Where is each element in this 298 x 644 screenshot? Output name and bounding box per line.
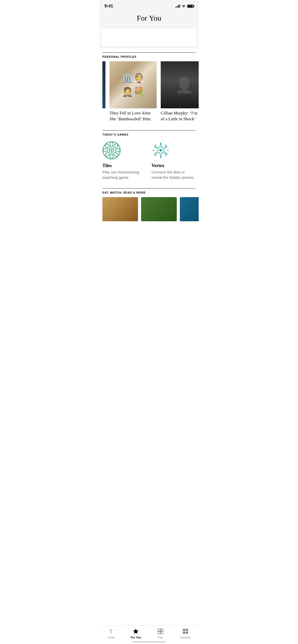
svg-point-2: [113, 143, 119, 149]
game-name: Vertex: [152, 163, 196, 168]
svg-point-17: [155, 144, 156, 146]
eat-watch-read-label: EAT, WATCH, READ & MORE: [99, 188, 199, 197]
list-item[interactable]: [102, 61, 105, 122]
tiles-icon: [102, 141, 121, 159]
list-item[interactable]: They Fell in Love After She ‘Bamboozled’…: [110, 61, 157, 122]
list-item[interactable]: [102, 197, 138, 221]
battery-icon: [187, 5, 194, 8]
vertex-game[interactable]: Vertex Connect the dots to reveal the hi…: [152, 141, 196, 180]
game-name: Tiles: [102, 163, 146, 168]
svg-point-12: [159, 149, 162, 152]
svg-point-7: [103, 149, 108, 152]
svg-point-6: [104, 152, 110, 158]
status-icons: [175, 5, 194, 8]
wifi-icon: [182, 5, 186, 8]
top-story-card[interactable]: [101, 28, 197, 46]
svg-point-10: [111, 150, 112, 151]
article-title: They Fell in Love After She ‘Bamboozled’…: [110, 108, 157, 122]
main-content: PERSONAL PROFILES They Fell in Love Afte…: [99, 28, 199, 249]
article-title: Cillian Murphy: ‘I’m Kind of a Little in…: [161, 108, 199, 122]
game-description: Play our mesmerizing matching game: [102, 169, 146, 180]
svg-point-1: [110, 142, 113, 147]
page-title: For You: [99, 11, 199, 26]
svg-point-3: [115, 149, 120, 152]
article-image: [110, 61, 157, 108]
svg-point-15: [153, 150, 154, 151]
todays-games-label: TODAY’S GAMES: [99, 130, 199, 139]
signal-icon: [175, 5, 180, 8]
svg-point-19: [165, 144, 167, 146]
status-time: 9:41: [104, 4, 113, 9]
list-item[interactable]: [141, 197, 177, 221]
personal-profiles-label: PERSONAL PROFILES: [99, 53, 199, 61]
svg-point-18: [165, 155, 167, 156]
svg-point-4: [113, 152, 119, 158]
svg-point-13: [160, 142, 161, 144]
list-item[interactable]: Cillian Murphy: ‘I’m Kind of a Little in…: [161, 61, 199, 122]
personal-profiles-scroll[interactable]: They Fell in Love After She ‘Bamboozled’…: [99, 61, 199, 126]
status-bar: 9:41: [99, 0, 199, 11]
svg-point-5: [110, 154, 113, 159]
svg-point-16: [167, 150, 169, 151]
svg-point-8: [104, 143, 110, 149]
vertex-icon: [152, 141, 170, 159]
games-grid: Tiles Play our mesmerizing matching game: [99, 139, 199, 184]
svg-point-14: [160, 157, 161, 158]
list-item[interactable]: [180, 197, 199, 221]
eat-watch-read-scroll[interactable]: [99, 197, 199, 223]
article-image: [161, 61, 199, 108]
game-description: Connect the dots to reveal the hidden pi…: [152, 169, 196, 180]
tiles-game[interactable]: Tiles Play our mesmerizing matching game: [102, 141, 146, 180]
svg-point-20: [155, 155, 156, 156]
